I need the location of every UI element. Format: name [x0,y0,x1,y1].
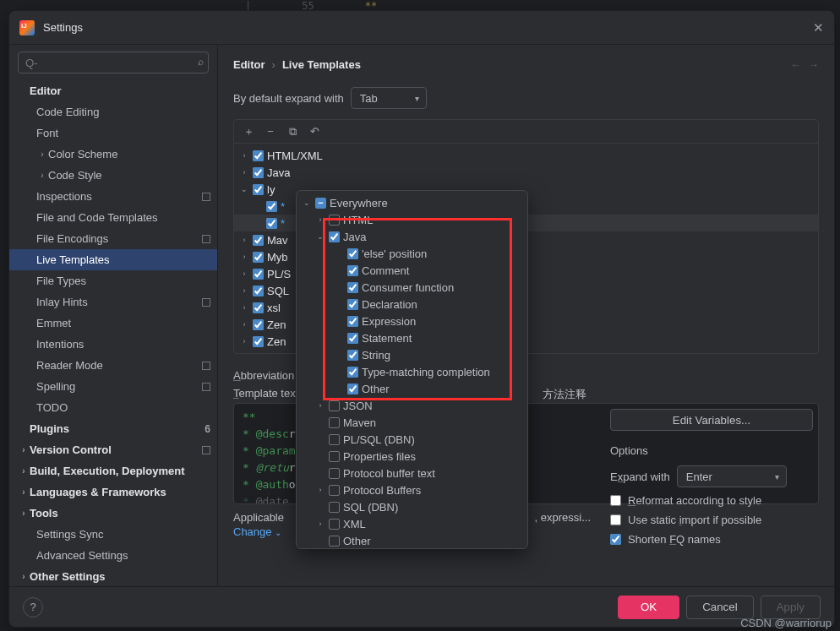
sidebar-advanced[interactable]: Advanced Settings [9,545,217,566]
popup-item[interactable]: PL/SQL (DBN) [297,431,527,448]
context-popup[interactable]: ⌄ Everywhere ›HTML⌄Java'else' positionCo… [296,190,528,549]
group-checkbox[interactable] [253,336,264,347]
empty-checkbox-icon[interactable] [329,451,340,462]
sidebar-file-encodings[interactable]: File Encodings [9,228,217,249]
duplicate-icon[interactable]: ⧉ [283,122,302,141]
sidebar-code-editing[interactable]: Code Editing [9,101,217,122]
mixed-checkbox-icon[interactable] [315,198,326,209]
group-checkbox[interactable] [253,167,264,178]
template-group[interactable]: ›HTML/XML [234,147,818,164]
group-checkbox[interactable] [253,235,264,246]
popup-item[interactable]: Type-matching completion [297,363,527,380]
popup-item[interactable]: ›XML [297,515,527,532]
sidebar-inlay-hints[interactable]: Inlay Hints [9,291,217,313]
context-checkbox[interactable] [347,367,358,378]
context-checkbox[interactable] [347,265,358,276]
context-checkbox[interactable] [347,282,358,293]
search-input[interactable] [18,52,209,73]
shorten-fq-checkbox[interactable] [610,534,621,545]
sidebar-version-control[interactable]: ›Version Control [9,439,217,460]
empty-checkbox-icon[interactable] [329,417,340,428]
expand-with-option-select[interactable]: Enter [677,465,787,487]
sidebar-editor[interactable]: Editor [9,80,217,101]
popup-item[interactable]: ›Protocol Buffers [297,481,527,498]
popup-item[interactable]: Statement [297,329,527,346]
reformat-checkbox[interactable] [610,495,621,506]
context-checkbox[interactable] [347,350,358,361]
group-checkbox[interactable] [253,252,264,263]
revert-icon[interactable]: ↶ [305,122,324,141]
sidebar-file-types[interactable]: File Types [9,270,217,291]
context-checkbox[interactable] [347,316,358,327]
empty-checkbox-icon[interactable] [329,536,340,547]
close-icon[interactable]: ✕ [813,20,824,35]
remove-icon[interactable]: − [261,122,280,141]
apply-button[interactable]: Apply [761,596,821,619]
help-button[interactable]: ? [23,597,43,617]
sidebar-inspections[interactable]: Inspections [9,186,217,207]
sidebar-emmet[interactable]: Emmet [9,313,217,334]
sidebar-other[interactable]: ›Other Settings [9,566,217,586]
template-checkbox[interactable] [266,201,277,212]
popup-item[interactable]: SQL (DBN) [297,498,527,515]
nav-back-icon[interactable]: ← [790,58,801,71]
context-checkbox[interactable] [347,383,358,394]
popup-item[interactable]: Expression [297,313,527,329]
sidebar-intentions[interactable]: Intentions [9,334,217,355]
sidebar-lang-frameworks[interactable]: ›Languages & Frameworks [9,481,217,503]
empty-checkbox-icon[interactable] [329,434,340,445]
sidebar-reader-mode[interactable]: Reader Mode [9,355,217,376]
empty-checkbox-icon[interactable] [329,502,340,513]
empty-checkbox-icon[interactable] [329,485,340,496]
cancel-button[interactable]: Cancel [686,596,754,619]
sidebar-settings-sync[interactable]: Settings Sync [9,524,217,545]
template-checkbox[interactable] [266,218,277,229]
empty-checkbox-icon[interactable] [329,215,340,226]
popup-item[interactable]: Properties files [297,448,527,465]
nav-forward-icon[interactable]: → [808,58,819,71]
ok-button[interactable]: OK [618,596,679,619]
sidebar-tools[interactable]: ›Tools [9,503,217,524]
popup-item[interactable]: ⌄Java [297,228,527,245]
popup-item[interactable]: 'else' position [297,245,527,262]
popup-item[interactable]: String [297,346,527,363]
empty-checkbox-icon[interactable] [329,468,340,479]
sidebar-code-style[interactable]: ›Code Style [9,165,217,186]
group-checkbox[interactable] [253,269,264,280]
template-group[interactable]: ›Java [234,164,818,181]
sidebar-plugins[interactable]: Plugins6 [9,418,217,439]
sidebar-color-scheme[interactable]: ›Color Scheme [9,144,217,165]
popup-item[interactable]: Maven [297,414,527,431]
breadcrumb-editor[interactable]: Editor [233,58,265,71]
popup-item[interactable]: Other [297,532,527,549]
group-checkbox[interactable] [253,319,264,330]
context-checkbox[interactable] [347,248,358,259]
sidebar-font[interactable]: Font [9,122,217,144]
group-checkbox[interactable] [253,184,264,195]
sidebar-spelling[interactable]: Spelling [9,376,217,397]
popup-item[interactable]: Other [297,380,527,397]
settings-tree[interactable]: Editor Code Editing Font ›Color Scheme ›… [9,80,217,586]
popup-item[interactable]: Consumer function [297,279,527,296]
sidebar-todo[interactable]: TODO [9,397,217,418]
popup-item[interactable]: ›HTML [297,211,527,228]
empty-checkbox-icon[interactable] [329,519,340,530]
edit-variables-button[interactable]: Edit Variables... [610,409,813,431]
group-checkbox[interactable] [253,286,264,296]
popup-item[interactable]: Comment [297,262,527,279]
popup-item[interactable]: ›JSON [297,397,527,414]
sidebar-file-code-templates[interactable]: File and Code Templates [9,207,217,228]
group-checkbox[interactable] [253,150,264,161]
popup-item[interactable]: Protocol buffer text [297,465,527,481]
empty-checkbox-icon[interactable] [329,400,340,411]
add-icon[interactable]: ＋ [239,122,258,141]
static-import-checkbox[interactable] [610,514,621,525]
expand-with-select[interactable]: Tab [351,87,427,109]
context-checkbox[interactable] [347,299,358,310]
popup-item[interactable]: Declaration [297,296,527,313]
sidebar-live-templates[interactable]: Live Templates [9,249,217,270]
popup-everywhere[interactable]: ⌄ Everywhere [297,194,527,211]
change-link[interactable]: Change ⌄ [233,525,281,538]
group-checkbox[interactable] [253,302,264,313]
sidebar-build[interactable]: ›Build, Execution, Deployment [9,460,217,481]
